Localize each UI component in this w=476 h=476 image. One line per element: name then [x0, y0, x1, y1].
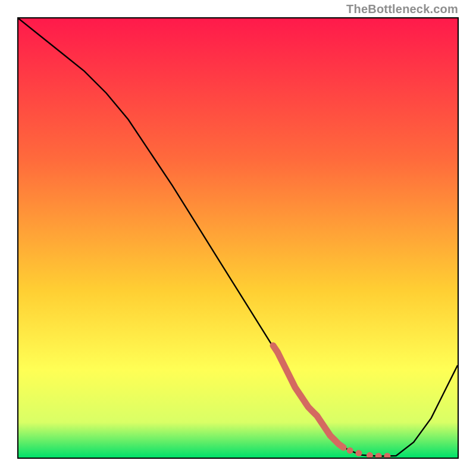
watermark-text: TheBottleneck.com — [346, 2, 458, 16]
gradient-background — [18, 18, 458, 458]
plot-svg — [18, 18, 458, 458]
chart-stage: TheBottleneck.com — [0, 0, 476, 476]
highlight-dot — [355, 450, 362, 456]
plot-area — [17, 17, 459, 459]
highlight-dot — [347, 447, 353, 454]
